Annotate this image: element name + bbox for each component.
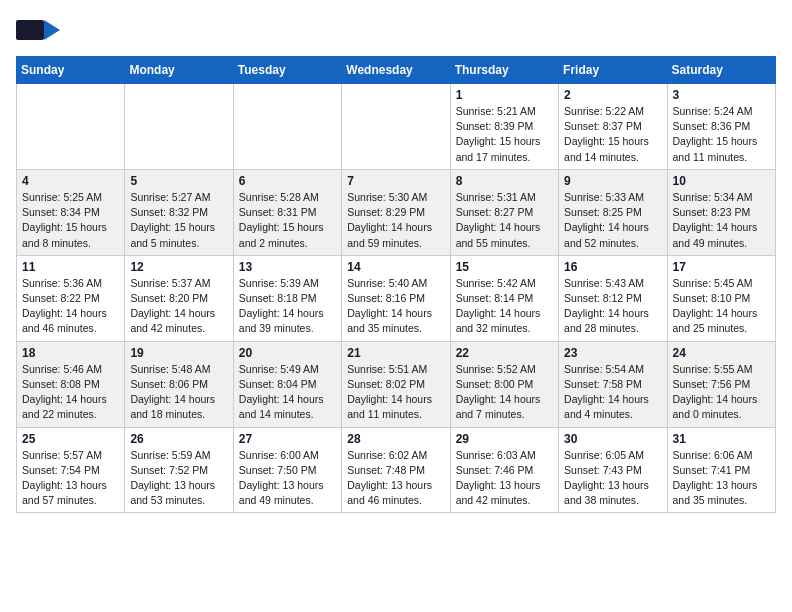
day-info: Sunrise: 5:24 AM Sunset: 8:36 PM Dayligh… — [673, 104, 770, 165]
day-info: Sunrise: 5:57 AM Sunset: 7:54 PM Dayligh… — [22, 448, 119, 509]
day-info: Sunrise: 5:49 AM Sunset: 8:04 PM Dayligh… — [239, 362, 336, 423]
day-number: 4 — [22, 174, 119, 188]
day-info: Sunrise: 5:42 AM Sunset: 8:14 PM Dayligh… — [456, 276, 553, 337]
day-number: 2 — [564, 88, 661, 102]
calendar-cell: 21Sunrise: 5:51 AM Sunset: 8:02 PM Dayli… — [342, 341, 450, 427]
calendar-header-thursday: Thursday — [450, 57, 558, 84]
svg-marker-1 — [44, 20, 60, 40]
calendar-cell: 27Sunrise: 6:00 AM Sunset: 7:50 PM Dayli… — [233, 427, 341, 513]
day-info: Sunrise: 5:46 AM Sunset: 8:08 PM Dayligh… — [22, 362, 119, 423]
day-number: 23 — [564, 346, 661, 360]
calendar-cell: 11Sunrise: 5:36 AM Sunset: 8:22 PM Dayli… — [17, 255, 125, 341]
calendar-header-friday: Friday — [559, 57, 667, 84]
day-info: Sunrise: 5:40 AM Sunset: 8:16 PM Dayligh… — [347, 276, 444, 337]
calendar-cell: 30Sunrise: 6:05 AM Sunset: 7:43 PM Dayli… — [559, 427, 667, 513]
calendar-cell: 15Sunrise: 5:42 AM Sunset: 8:14 PM Dayli… — [450, 255, 558, 341]
day-info: Sunrise: 6:03 AM Sunset: 7:46 PM Dayligh… — [456, 448, 553, 509]
day-number: 10 — [673, 174, 770, 188]
calendar-cell: 16Sunrise: 5:43 AM Sunset: 8:12 PM Dayli… — [559, 255, 667, 341]
day-number: 18 — [22, 346, 119, 360]
calendar-cell — [233, 84, 341, 170]
calendar-cell — [125, 84, 233, 170]
day-info: Sunrise: 5:52 AM Sunset: 8:00 PM Dayligh… — [456, 362, 553, 423]
calendar-week-row: 4Sunrise: 5:25 AM Sunset: 8:34 PM Daylig… — [17, 169, 776, 255]
calendar-cell: 31Sunrise: 6:06 AM Sunset: 7:41 PM Dayli… — [667, 427, 775, 513]
day-info: Sunrise: 5:54 AM Sunset: 7:58 PM Dayligh… — [564, 362, 661, 423]
calendar-header-saturday: Saturday — [667, 57, 775, 84]
calendar-cell: 18Sunrise: 5:46 AM Sunset: 8:08 PM Dayli… — [17, 341, 125, 427]
day-info: Sunrise: 5:51 AM Sunset: 8:02 PM Dayligh… — [347, 362, 444, 423]
calendar-cell: 4Sunrise: 5:25 AM Sunset: 8:34 PM Daylig… — [17, 169, 125, 255]
calendar-table: SundayMondayTuesdayWednesdayThursdayFrid… — [16, 56, 776, 513]
day-number: 14 — [347, 260, 444, 274]
calendar-cell: 10Sunrise: 5:34 AM Sunset: 8:23 PM Dayli… — [667, 169, 775, 255]
calendar-cell: 12Sunrise: 5:37 AM Sunset: 8:20 PM Dayli… — [125, 255, 233, 341]
calendar-cell: 28Sunrise: 6:02 AM Sunset: 7:48 PM Dayli… — [342, 427, 450, 513]
page-header — [16, 16, 776, 48]
day-info: Sunrise: 5:43 AM Sunset: 8:12 PM Dayligh… — [564, 276, 661, 337]
calendar-cell: 29Sunrise: 6:03 AM Sunset: 7:46 PM Dayli… — [450, 427, 558, 513]
calendar-cell: 8Sunrise: 5:31 AM Sunset: 8:27 PM Daylig… — [450, 169, 558, 255]
calendar-week-row: 1Sunrise: 5:21 AM Sunset: 8:39 PM Daylig… — [17, 84, 776, 170]
day-number: 31 — [673, 432, 770, 446]
day-info: Sunrise: 5:25 AM Sunset: 8:34 PM Dayligh… — [22, 190, 119, 251]
calendar-cell — [342, 84, 450, 170]
day-number: 30 — [564, 432, 661, 446]
day-info: Sunrise: 5:28 AM Sunset: 8:31 PM Dayligh… — [239, 190, 336, 251]
calendar-cell: 1Sunrise: 5:21 AM Sunset: 8:39 PM Daylig… — [450, 84, 558, 170]
calendar-cell: 24Sunrise: 5:55 AM Sunset: 7:56 PM Dayli… — [667, 341, 775, 427]
calendar-cell: 2Sunrise: 5:22 AM Sunset: 8:37 PM Daylig… — [559, 84, 667, 170]
day-info: Sunrise: 5:37 AM Sunset: 8:20 PM Dayligh… — [130, 276, 227, 337]
day-info: Sunrise: 5:30 AM Sunset: 8:29 PM Dayligh… — [347, 190, 444, 251]
day-number: 28 — [347, 432, 444, 446]
day-number: 16 — [564, 260, 661, 274]
day-number: 24 — [673, 346, 770, 360]
calendar-header-wednesday: Wednesday — [342, 57, 450, 84]
calendar-cell: 3Sunrise: 5:24 AM Sunset: 8:36 PM Daylig… — [667, 84, 775, 170]
calendar-cell: 9Sunrise: 5:33 AM Sunset: 8:25 PM Daylig… — [559, 169, 667, 255]
calendar-cell: 25Sunrise: 5:57 AM Sunset: 7:54 PM Dayli… — [17, 427, 125, 513]
day-number: 8 — [456, 174, 553, 188]
calendar-cell: 22Sunrise: 5:52 AM Sunset: 8:00 PM Dayli… — [450, 341, 558, 427]
day-number: 29 — [456, 432, 553, 446]
day-number: 21 — [347, 346, 444, 360]
logo-icon — [16, 16, 60, 48]
day-info: Sunrise: 5:34 AM Sunset: 8:23 PM Dayligh… — [673, 190, 770, 251]
day-number: 5 — [130, 174, 227, 188]
day-info: Sunrise: 5:45 AM Sunset: 8:10 PM Dayligh… — [673, 276, 770, 337]
day-number: 20 — [239, 346, 336, 360]
calendar-cell: 26Sunrise: 5:59 AM Sunset: 7:52 PM Dayli… — [125, 427, 233, 513]
calendar-week-row: 18Sunrise: 5:46 AM Sunset: 8:08 PM Dayli… — [17, 341, 776, 427]
calendar-cell: 6Sunrise: 5:28 AM Sunset: 8:31 PM Daylig… — [233, 169, 341, 255]
day-number: 11 — [22, 260, 119, 274]
day-info: Sunrise: 5:36 AM Sunset: 8:22 PM Dayligh… — [22, 276, 119, 337]
calendar-cell: 23Sunrise: 5:54 AM Sunset: 7:58 PM Dayli… — [559, 341, 667, 427]
day-number: 6 — [239, 174, 336, 188]
calendar-cell: 13Sunrise: 5:39 AM Sunset: 8:18 PM Dayli… — [233, 255, 341, 341]
calendar-cell: 20Sunrise: 5:49 AM Sunset: 8:04 PM Dayli… — [233, 341, 341, 427]
day-info: Sunrise: 5:21 AM Sunset: 8:39 PM Dayligh… — [456, 104, 553, 165]
calendar-header-sunday: Sunday — [17, 57, 125, 84]
day-info: Sunrise: 5:27 AM Sunset: 8:32 PM Dayligh… — [130, 190, 227, 251]
day-info: Sunrise: 5:31 AM Sunset: 8:27 PM Dayligh… — [456, 190, 553, 251]
calendar-week-row: 11Sunrise: 5:36 AM Sunset: 8:22 PM Dayli… — [17, 255, 776, 341]
calendar-header-tuesday: Tuesday — [233, 57, 341, 84]
day-number: 13 — [239, 260, 336, 274]
day-number: 12 — [130, 260, 227, 274]
day-info: Sunrise: 5:48 AM Sunset: 8:06 PM Dayligh… — [130, 362, 227, 423]
day-number: 26 — [130, 432, 227, 446]
day-info: Sunrise: 6:00 AM Sunset: 7:50 PM Dayligh… — [239, 448, 336, 509]
day-number: 17 — [673, 260, 770, 274]
calendar-cell: 14Sunrise: 5:40 AM Sunset: 8:16 PM Dayli… — [342, 255, 450, 341]
calendar-cell: 5Sunrise: 5:27 AM Sunset: 8:32 PM Daylig… — [125, 169, 233, 255]
day-number: 9 — [564, 174, 661, 188]
day-number: 19 — [130, 346, 227, 360]
day-info: Sunrise: 5:22 AM Sunset: 8:37 PM Dayligh… — [564, 104, 661, 165]
calendar-cell: 7Sunrise: 5:30 AM Sunset: 8:29 PM Daylig… — [342, 169, 450, 255]
calendar-header-row: SundayMondayTuesdayWednesdayThursdayFrid… — [17, 57, 776, 84]
calendar-cell: 19Sunrise: 5:48 AM Sunset: 8:06 PM Dayli… — [125, 341, 233, 427]
day-info: Sunrise: 6:06 AM Sunset: 7:41 PM Dayligh… — [673, 448, 770, 509]
day-number: 27 — [239, 432, 336, 446]
day-number: 3 — [673, 88, 770, 102]
day-info: Sunrise: 5:39 AM Sunset: 8:18 PM Dayligh… — [239, 276, 336, 337]
